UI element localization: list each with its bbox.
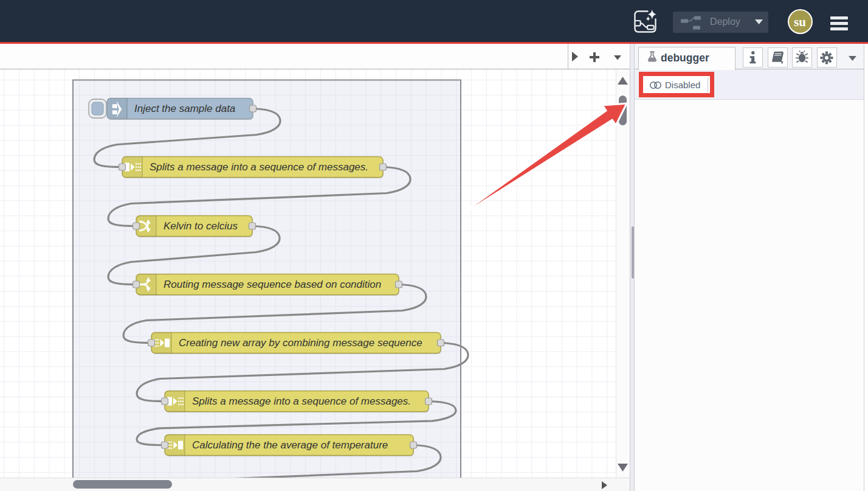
svg-text:Kelvin to celcius: Kelvin to celcius: [164, 220, 238, 232]
svg-text:Inject the sample data: Inject the sample data: [134, 103, 235, 114]
svg-text:Splits a message into a sequen: Splits a message into a sequence of mess…: [150, 161, 368, 173]
svg-text:Splits a message into a sequen: Splits a message into a sequence of mess…: [192, 395, 411, 407]
svg-text:Calculating the the average of: Calculating the the average of temperatu…: [192, 439, 388, 451]
svg-text:Creating new array by combinin: Creating new array by combining message …: [179, 337, 422, 349]
svg-text:Routing message sequence based: Routing message sequence based on condit…: [164, 279, 381, 290]
